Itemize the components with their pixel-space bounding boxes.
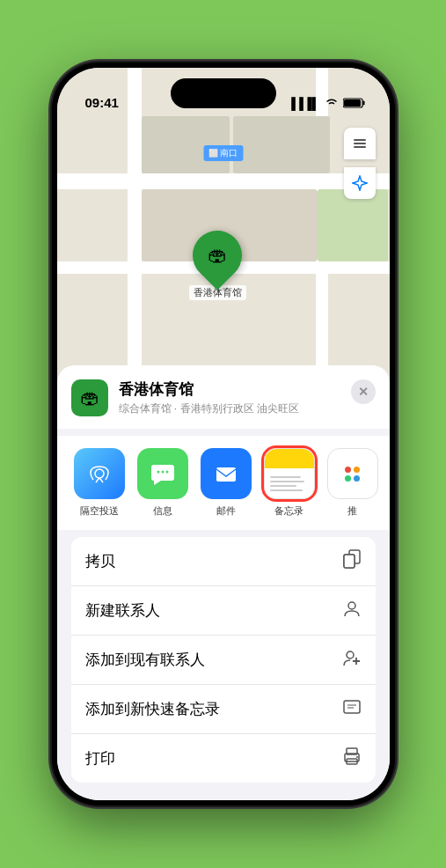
svg-rect-5 [354, 146, 366, 148]
print-icon [342, 747, 362, 770]
copy-label: 拷贝 [85, 551, 115, 571]
svg-point-8 [161, 471, 164, 474]
message-icon [137, 448, 188, 499]
action-add-existing[interactable]: 添加到现有联系人 [71, 636, 376, 685]
signal-icon: ▐▐▐▌ [288, 97, 320, 110]
svg-rect-18 [344, 701, 360, 713]
more-icon [327, 448, 378, 499]
status-icons: ▐▐▐▌ [288, 97, 365, 110]
phone-screen: 09:41 ▐▐▐▌ ⬜南口 [57, 68, 390, 800]
svg-rect-2 [344, 99, 361, 107]
venue-info: 香港体育馆 综合体育馆 · 香港特别行政区 油尖旺区 [119, 379, 376, 416]
print-label: 打印 [85, 748, 115, 769]
add-existing-label: 添加到现有联系人 [85, 650, 205, 670]
airdrop-icon [74, 448, 125, 499]
dynamic-island [171, 78, 276, 108]
map-layers-button[interactable] [344, 128, 376, 159]
more-label: 推 [347, 504, 357, 518]
svg-rect-13 [344, 555, 355, 568]
svg-rect-10 [216, 467, 236, 482]
add-existing-icon [342, 648, 362, 672]
share-item-message[interactable]: 信息 [135, 448, 191, 518]
close-button[interactable]: ✕ [351, 379, 376, 404]
bottom-sheet: 🏟 香港体育馆 综合体育馆 · 香港特别行政区 油尖旺区 ✕ 隔空投送 [57, 365, 390, 800]
map-label: ⬜南口 [203, 145, 243, 161]
action-new-contact[interactable]: 新建联系人 [71, 586, 376, 636]
location-button[interactable] [344, 167, 376, 199]
svg-point-14 [348, 602, 355, 609]
add-notes-label: 添加到新快速备忘录 [85, 699, 220, 719]
share-item-airdrop[interactable]: 隔空投送 [71, 448, 128, 518]
status-time: 09:41 [85, 95, 119, 110]
copy-icon [342, 549, 362, 573]
svg-rect-1 [362, 100, 364, 105]
phone-frame: 09:41 ▐▐▐▌ ⬜南口 [52, 63, 395, 805]
notes-icon [264, 448, 315, 499]
share-item-more[interactable]: 推 [325, 448, 381, 518]
airdrop-label: 隔空投送 [80, 504, 119, 518]
svg-rect-4 [354, 143, 366, 144]
new-contact-label: 新建联系人 [85, 600, 160, 621]
pin-icon: 🏟 [182, 220, 252, 290]
new-contact-icon [342, 599, 362, 622]
add-notes-icon [342, 697, 362, 721]
svg-point-9 [165, 471, 168, 474]
venue-icon: 🏟 [71, 379, 108, 416]
svg-rect-3 [354, 139, 366, 141]
map-controls [344, 128, 376, 199]
share-row: 隔空投送 信息 邮件 [57, 436, 390, 530]
svg-point-7 [157, 471, 159, 474]
message-label: 信息 [153, 504, 172, 518]
action-copy[interactable]: 拷贝 [71, 537, 376, 586]
notes-label: 备忘录 [274, 504, 303, 518]
battery-icon [343, 98, 365, 110]
svg-point-24 [356, 756, 358, 758]
action-list: 拷贝 新建联系人 添加到现有联系人 [71, 537, 376, 783]
venue-name: 香港体育馆 [119, 379, 376, 400]
venue-header: 🏟 香港体育馆 综合体育馆 · 香港特别行政区 油尖旺区 ✕ [57, 365, 390, 429]
action-print[interactable]: 打印 [71, 734, 376, 783]
venue-subtitle: 综合体育馆 · 香港特别行政区 油尖旺区 [119, 401, 376, 416]
svg-point-15 [347, 651, 354, 658]
mail-label: 邮件 [216, 504, 236, 518]
svg-point-6 [95, 469, 104, 478]
mail-icon [201, 448, 252, 499]
share-item-mail[interactable]: 邮件 [198, 448, 254, 518]
location-pin: 🏟 香港体育馆 [189, 231, 246, 300]
action-add-notes[interactable]: 添加到新快速备忘录 [71, 685, 376, 734]
wifi-icon [325, 97, 339, 110]
share-item-notes[interactable]: 备忘录 [261, 448, 318, 518]
